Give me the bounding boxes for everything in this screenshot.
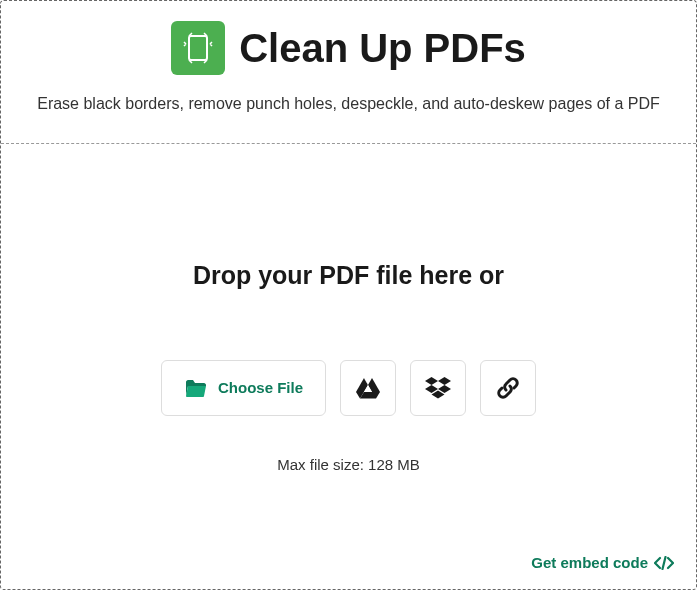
dropbox-button[interactable] [410, 360, 466, 416]
dropbox-icon [425, 377, 451, 399]
google-drive-icon [356, 377, 380, 399]
folder-open-icon [184, 378, 208, 398]
upload-button-row: Choose File [161, 360, 536, 416]
page-title: Clean Up PDFs [239, 26, 526, 71]
document-cleanup-icon [180, 30, 216, 66]
svg-line-1 [663, 557, 666, 569]
page-subtitle: Erase black borders, remove punch holes,… [31, 95, 666, 113]
drop-prompt: Drop your PDF file here or [193, 261, 504, 290]
drop-zone[interactable]: Drop your PDF file here or Choose File [1, 144, 696, 589]
title-row: Clean Up PDFs [31, 21, 666, 75]
link-icon [496, 376, 520, 400]
app-container: Clean Up PDFs Erase black borders, remov… [0, 0, 697, 590]
url-link-button[interactable] [480, 360, 536, 416]
app-icon [171, 21, 225, 75]
svg-rect-0 [189, 36, 207, 60]
choose-file-button[interactable]: Choose File [161, 360, 326, 416]
google-drive-button[interactable] [340, 360, 396, 416]
header: Clean Up PDFs Erase black borders, remov… [1, 1, 696, 144]
embed-code-label: Get embed code [531, 554, 648, 571]
code-icon [654, 556, 674, 570]
choose-file-label: Choose File [218, 379, 303, 396]
get-embed-code-link[interactable]: Get embed code [531, 554, 674, 571]
max-file-size: Max file size: 128 MB [277, 456, 420, 473]
